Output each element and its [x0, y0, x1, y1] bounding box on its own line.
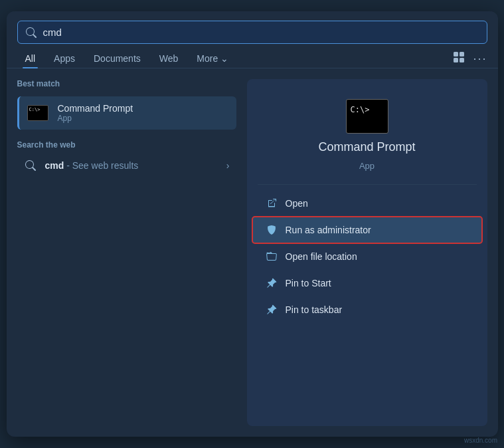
web-search-icon [24, 159, 37, 172]
action-pin-start[interactable]: Pin to Start [252, 270, 482, 296]
more-options-icon[interactable]: ··· [473, 52, 487, 66]
svg-rect-2 [454, 58, 458, 62]
action-open-location[interactable]: Open file location [252, 243, 482, 270]
search-window: All Apps Documents Web More ⌄ ··· [7, 11, 498, 437]
web-search-section: Search the web cmd - See web results › [17, 140, 236, 179]
best-match-label: Best match [17, 79, 236, 91]
run-admin-label: Run as administrator [286, 225, 371, 235]
content-area: Best match Command Prompt App Search the… [7, 68, 498, 437]
web-search-item[interactable]: cmd - See web results › [17, 152, 236, 179]
search-icon [26, 27, 37, 38]
action-pin-taskbar[interactable]: Pin to taskbar [252, 296, 482, 323]
nav-right-icons: ··· [453, 51, 487, 66]
search-bar-container [7, 11, 498, 44]
svg-rect-3 [460, 58, 464, 62]
right-panel: Command Prompt App Open [247, 79, 487, 426]
tab-documents[interactable]: Documents [86, 49, 149, 68]
app-detail-name: Command Prompt [318, 140, 415, 154]
tab-apps[interactable]: Apps [46, 49, 83, 68]
svg-rect-1 [460, 52, 464, 56]
left-panel: Best match Command Prompt App Search the… [17, 79, 236, 426]
open-label: Open [286, 198, 308, 209]
search-input[interactable] [43, 27, 479, 38]
nav-tabs: All Apps Documents Web More ⌄ ··· [7, 44, 498, 68]
tab-all[interactable]: All [17, 49, 44, 68]
app-detail-header: Command Prompt App [247, 79, 487, 184]
result-title: Command Prompt [58, 103, 230, 114]
result-command-prompt[interactable]: Command Prompt App [17, 96, 236, 130]
web-search-label: Search the web [17, 140, 236, 152]
shield-icon [266, 224, 278, 236]
result-text: Command Prompt App [58, 103, 230, 123]
action-list: Open Run as administrator [247, 185, 487, 328]
rearrange-icon[interactable] [453, 51, 465, 66]
web-search-text: cmd - See web results [45, 160, 139, 171]
pin-start-icon [266, 277, 278, 289]
action-run-admin[interactable]: Run as administrator [252, 217, 482, 243]
open-location-label: Open file location [286, 251, 357, 262]
cmd-small-icon [26, 104, 50, 122]
pin-taskbar-label: Pin to taskbar [286, 304, 343, 315]
folder-icon [266, 251, 278, 263]
svg-rect-0 [454, 52, 458, 56]
web-search-arrow: › [226, 160, 230, 171]
tab-more[interactable]: More ⌄ [189, 49, 236, 68]
app-detail-type: App [359, 161, 375, 171]
cmd-large-icon [346, 99, 388, 134]
pin-taskbar-icon [266, 304, 278, 316]
action-open[interactable]: Open [252, 190, 482, 217]
search-input-wrapper [17, 21, 487, 44]
tab-web[interactable]: Web [151, 49, 187, 68]
pin-start-label: Pin to Start [286, 278, 331, 288]
result-subtitle: App [58, 114, 230, 123]
external-link-icon [266, 197, 278, 209]
